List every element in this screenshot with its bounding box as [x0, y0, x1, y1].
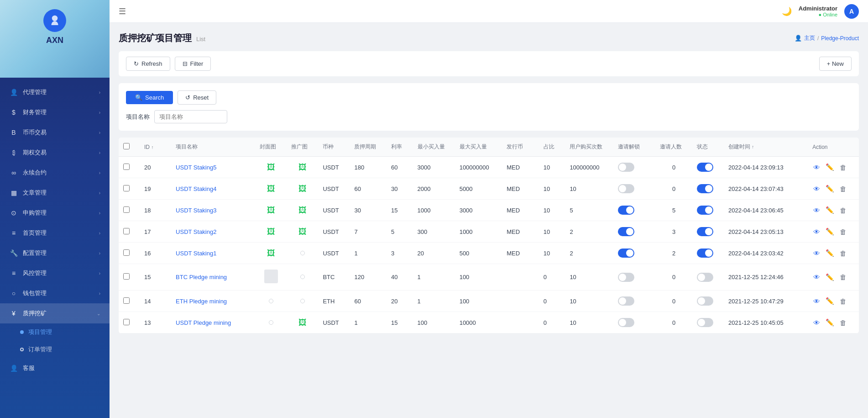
inv-unlock-toggle[interactable]	[618, 206, 634, 215]
project-link[interactable]: USDT Pledge mining	[176, 319, 231, 326]
row-checkbox[interactable]	[123, 319, 130, 325]
delete-button[interactable]: 🗑	[839, 296, 847, 306]
row-checkbox[interactable]	[123, 164, 130, 170]
user-avatar[interactable]: A	[844, 4, 859, 19]
inv-unlock-toggle[interactable]	[618, 296, 634, 306]
status-toggle[interactable]	[697, 273, 713, 282]
sidebar-item-homepage[interactable]: ≡ 首页管理 ›	[0, 223, 110, 243]
cell-status[interactable]	[692, 264, 724, 291]
view-button[interactable]: 👁	[812, 318, 821, 328]
th-created[interactable]: 创建时间 ↑	[724, 138, 808, 157]
sidebar-item-coin[interactable]: B 币币交易 ›	[0, 122, 110, 143]
edit-button[interactable]: ✏️	[825, 227, 835, 237]
status-toggle[interactable]	[697, 227, 713, 236]
cell-invunlock[interactable]	[613, 312, 655, 333]
new-button[interactable]: + New	[819, 57, 852, 71]
delete-button[interactable]: 🗑	[839, 163, 847, 172]
refresh-button[interactable]: ↻ Refresh	[126, 57, 170, 71]
delete-button[interactable]: 🗑	[839, 272, 847, 282]
project-link[interactable]: ETH Pledge mining	[176, 298, 227, 305]
sidebar-item-pledge[interactable]: ¥ 质押挖矿 ⌄	[0, 303, 110, 323]
row-checkbox[interactable]	[123, 249, 130, 256]
cell-invunlock[interactable]	[613, 157, 655, 178]
row-checkbox[interactable]	[123, 228, 130, 234]
sidebar-item-article[interactable]: ▦ 文章管理 ›	[0, 183, 110, 203]
edit-button[interactable]: ✏️	[825, 184, 835, 194]
sidebar-item-finance[interactable]: $ 财务管理 ›	[0, 102, 110, 122]
project-link[interactable]: USDT Staking4	[176, 185, 216, 192]
cell-invunlock[interactable]	[613, 264, 655, 291]
delete-button[interactable]: 🗑	[839, 249, 847, 258]
cell-status[interactable]	[692, 291, 724, 312]
cell-status[interactable]	[692, 243, 724, 264]
reset-button[interactable]: ↺ Reset	[178, 90, 216, 105]
row-checkbox[interactable]	[123, 297, 130, 304]
sidebar-item-wallet[interactable]: ○ 钱包管理 ›	[0, 283, 110, 303]
select-all-checkbox[interactable]	[123, 143, 130, 149]
cell-invunlock[interactable]	[613, 243, 655, 264]
cell-status[interactable]	[692, 200, 724, 221]
delete-button[interactable]: 🗑	[839, 184, 847, 194]
inv-unlock-toggle[interactable]	[618, 273, 634, 282]
sidebar-item-agent[interactable]: 👤 代理管理 ›	[0, 82, 110, 102]
inv-unlock-toggle[interactable]	[618, 163, 634, 172]
delete-button[interactable]: 🗑	[839, 206, 847, 215]
row-checkbox[interactable]	[123, 273, 130, 280]
cell-invunlock[interactable]	[613, 221, 655, 243]
view-button[interactable]: 👁	[812, 272, 821, 282]
view-button[interactable]: 👁	[812, 163, 821, 172]
sidebar-item-perpetual[interactable]: ∞ 永续合约 ›	[0, 163, 110, 183]
status-toggle[interactable]	[697, 163, 713, 172]
project-link[interactable]: USDT Staking3	[176, 207, 216, 214]
project-link[interactable]: BTC Pledge mining	[176, 274, 227, 280]
cell-status[interactable]	[692, 157, 724, 178]
view-button[interactable]: 👁	[812, 227, 821, 237]
cell-status[interactable]	[692, 178, 724, 200]
edit-button[interactable]: ✏️	[825, 205, 835, 215]
status-toggle[interactable]	[697, 296, 713, 306]
project-name-input[interactable]	[154, 110, 227, 123]
project-link[interactable]: USDT Staking5	[176, 164, 216, 171]
inv-unlock-toggle[interactable]	[618, 249, 634, 258]
cell-status[interactable]	[692, 221, 724, 243]
edit-button[interactable]: ✏️	[825, 272, 835, 282]
edit-button[interactable]: ✏️	[825, 317, 835, 328]
row-checkbox[interactable]	[123, 185, 130, 191]
status-toggle[interactable]	[697, 318, 713, 327]
search-button[interactable]: 🔍 Search	[126, 91, 173, 104]
theme-toggle-button[interactable]: 🌙	[782, 6, 792, 16]
sidebar-item-subscribe[interactable]: ⊙ 申购管理 ›	[0, 203, 110, 223]
breadcrumb-home[interactable]: 主页	[804, 34, 815, 42]
hamburger-button[interactable]: ☰	[119, 6, 126, 16]
view-button[interactable]: 👁	[812, 296, 821, 306]
edit-button[interactable]: ✏️	[825, 162, 835, 172]
inv-unlock-toggle[interactable]	[618, 227, 634, 236]
edit-button[interactable]: ✏️	[825, 296, 835, 306]
view-button[interactable]: 👁	[812, 249, 821, 258]
cell-status[interactable]	[692, 312, 724, 333]
sidebar-item-order-mgmt[interactable]: 订单管理	[0, 341, 110, 358]
project-link[interactable]: USDT Staking2	[176, 228, 216, 235]
status-toggle[interactable]	[697, 184, 713, 193]
status-toggle[interactable]	[697, 249, 713, 258]
edit-button[interactable]: ✏️	[825, 248, 835, 258]
sidebar-item-service[interactable]: 👤 客服	[0, 358, 110, 378]
delete-button[interactable]: 🗑	[839, 227, 847, 237]
th-id[interactable]: ID ↑	[140, 138, 171, 157]
cell-invunlock[interactable]	[613, 291, 655, 312]
filter-button[interactable]: ⊟ Filter	[175, 57, 211, 71]
sidebar-item-futures[interactable]: ₿ 期权交易 ›	[0, 143, 110, 163]
inv-unlock-toggle[interactable]	[618, 318, 634, 327]
cell-invunlock[interactable]	[613, 178, 655, 200]
sidebar-item-config[interactable]: 🔧 配置管理 ›	[0, 243, 110, 263]
view-button[interactable]: 👁	[812, 184, 821, 194]
cell-invunlock[interactable]	[613, 200, 655, 221]
sidebar-item-project-mgmt[interactable]: 项目管理	[0, 323, 110, 341]
delete-button[interactable]: 🗑	[839, 318, 847, 328]
row-checkbox[interactable]	[123, 206, 130, 213]
inv-unlock-toggle[interactable]	[618, 184, 634, 193]
sidebar-item-risk[interactable]: ≡ 风控管理 ›	[0, 263, 110, 283]
project-link[interactable]: USDT Staking1	[176, 250, 216, 257]
status-toggle[interactable]	[697, 206, 713, 215]
view-button[interactable]: 👁	[812, 206, 821, 215]
